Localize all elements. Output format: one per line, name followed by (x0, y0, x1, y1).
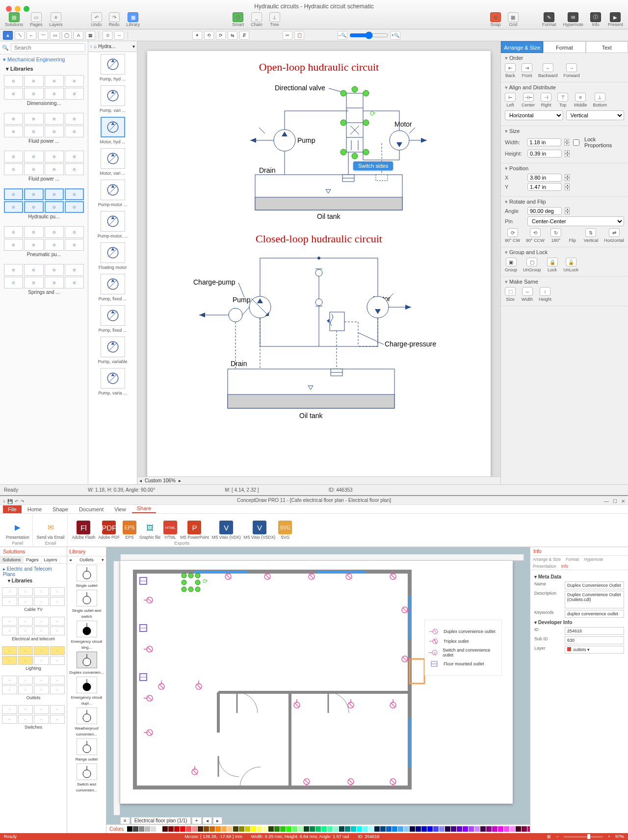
library-shape[interactable]: Duplex convenien... (67, 651, 106, 676)
curve-tool-icon[interactable]: 〰 (38, 31, 48, 40)
connector-tool-icon[interactable]: ⌐ (26, 31, 36, 40)
shape-item[interactable]: Pump, varia ... (88, 366, 137, 397)
library-dropdown[interactable]: ◂Outlets▾ (67, 556, 106, 564)
pin-select[interactable]: Center-Center (527, 216, 624, 226)
zoom-slider[interactable] (349, 31, 389, 39)
back-icon[interactable]: ‹ (90, 44, 92, 49)
order-forward[interactable]: →Forward (564, 63, 580, 78)
lib2-group[interactable]: ········Cable TV (0, 586, 67, 615)
lib2-group[interactable]: ········Outlets (0, 674, 67, 704)
toolbar-tree[interactable]: ⊥Tree (269, 12, 280, 27)
shape-item[interactable]: Pump, fixed ... (88, 272, 137, 303)
lib-group[interactable]: ⊙⊙⊙⊙⊙⊙⊙⊙Fluid power ... (0, 111, 88, 149)
align-middle[interactable]: ≡Middle (574, 93, 587, 107)
toolbar-hypernote[interactable]: ✉Hypernote (563, 12, 583, 27)
edit-points-icon[interactable]: ✦ (192, 31, 202, 40)
rotate-left-icon[interactable]: ⟲ (204, 31, 214, 40)
pointer-tool-icon[interactable]: ▲ (3, 31, 13, 40)
align-right[interactable]: ⊣Right (541, 93, 551, 107)
lib-group[interactable]: ⊙⊙⊙⊙⊙⊙⊙⊙Dimensioning... (0, 73, 88, 111)
order-back[interactable]: ⇤Back (505, 63, 516, 78)
color-palette[interactable]: Colors (106, 824, 530, 833)
library-shape[interactable]: Weatherproof convenien... (67, 707, 106, 737)
lock-proportions-checkbox[interactable] (573, 139, 579, 146)
shape-item[interactable]: Pump-motor, ... (88, 209, 137, 240)
page-tabs[interactable]: ≡Electrical floor plan (1/1)+◂▸ (120, 817, 222, 824)
ribbon-presentation[interactable]: ▶Presentation (6, 521, 29, 540)
same-size[interactable]: ⬚Size (505, 287, 516, 302)
ribbon-email[interactable]: ✉Send via Email (37, 521, 65, 540)
zoom-readout[interactable]: Custom 106% (145, 478, 176, 483)
tab-share[interactable]: Share (132, 504, 156, 513)
zoom-slider2[interactable] (564, 836, 603, 838)
tab-document[interactable]: Document (74, 505, 108, 513)
toolbar-grid[interactable]: ▦Grid (508, 12, 519, 27)
info-tab-arrange[interactable]: Arrange & Size (530, 556, 563, 563)
ribbon-pdf[interactable]: PDFAdobe PDF (98, 521, 120, 540)
meta-keywords[interactable]: duplex convenience outlet (565, 610, 624, 618)
text-tool-icon[interactable]: A (74, 31, 83, 40)
pos-x-input[interactable] (527, 174, 562, 182)
unlock-btn[interactable]: 🔓UnLock (564, 258, 579, 272)
toolbar-solutions[interactable]: ▤Solutions (5, 12, 23, 27)
library-shape[interactable]: Single outlet and switch (67, 589, 106, 620)
info-tab-info[interactable]: Info (559, 563, 571, 570)
lib-group[interactable]: ⊙⊙⊙⊙⊙⊙⊙⊙Springs and ... (0, 262, 88, 300)
library-shape[interactable]: Range outlet (67, 737, 106, 762)
toolbar-redo[interactable]: ↷Redo (109, 12, 120, 27)
shape-item[interactable]: Motor, vari ... (88, 146, 137, 178)
tab-file[interactable]: File (3, 505, 22, 513)
lib2-group[interactable]: ········Lighting (0, 645, 67, 674)
rotate-ccw[interactable]: ⟲90° CCW (526, 228, 545, 243)
ungroup-btn[interactable]: ▢UnGroup (523, 258, 541, 272)
align-bottom[interactable]: ⊥Bottom (593, 93, 607, 107)
ellipse-tool-icon[interactable]: ◯ (62, 31, 72, 40)
dev-layer[interactable]: outlets ▾ (565, 646, 624, 654)
lib-group[interactable]: ⊙⊙⊙⊙⊙⊙⊙⊙Fluid power ... (0, 149, 88, 186)
sol-tab-layers[interactable]: Layers (42, 556, 60, 563)
zoom-in-icon[interactable]: +🔍 (391, 31, 400, 40)
info-tab-format[interactable]: Format (563, 556, 581, 563)
toolbar-undo[interactable]: ↶Undo (91, 12, 102, 27)
tab-text[interactable]: Text (586, 41, 628, 53)
flip-h-icon[interactable]: ⇋ (228, 31, 237, 40)
canvas2[interactable]: ⟳ Duplex convenience outlet Triplex outl… (106, 547, 530, 833)
library-shape[interactable]: Switch and convenien... (67, 762, 106, 793)
flip-vertical[interactable]: ⇅Vertical (584, 228, 599, 243)
toolbar-layers[interactable]: ≡Layers (50, 12, 63, 27)
meta-description[interactable]: Duplex Convenience Outlet (Outlets.cdl) (565, 591, 624, 608)
shape-item[interactable]: Pump, fixed ... (88, 303, 137, 335)
distribute-vertical[interactable]: Vertical (566, 110, 625, 120)
shape-item[interactable]: Pump, variable (88, 335, 137, 366)
toolbar-library[interactable]: ▦Library (127, 12, 140, 27)
tab-format[interactable]: Format (543, 41, 585, 53)
line-tool-icon[interactable]: ＼ (15, 31, 25, 40)
order-backward[interactable]: ←Backward (538, 63, 558, 78)
toolbar-pages[interactable]: ▭Pages (30, 12, 43, 27)
ribbon-vsdx[interactable]: VMS Visio (VSDX) (244, 521, 276, 540)
tab-shape[interactable]: Shape (48, 505, 73, 513)
same-height[interactable]: ↕Height (539, 287, 551, 302)
align-left[interactable]: ⊢Left (505, 93, 516, 107)
table-tool-icon[interactable]: ▦ (85, 31, 95, 40)
window-controls2[interactable]: —☐✕ (604, 497, 625, 506)
align-top[interactable]: ⊤Top (557, 93, 568, 107)
ribbon-ppt[interactable]: PMS PowerPoint (180, 521, 209, 540)
lock-btn[interactable]: 🔒Lock (547, 258, 558, 272)
align-center[interactable]: ⊣⊢Center (522, 93, 535, 107)
rect-tool-icon[interactable]: ▭ (50, 31, 60, 40)
flip-v-icon[interactable]: ⇵ (239, 31, 249, 40)
dev-id[interactable]: 254616 (565, 627, 624, 635)
ribbon-flash[interactable]: FlAdobe Flash (72, 521, 95, 540)
library-shape[interactable]: Single outlet (67, 564, 106, 589)
lib2-group[interactable]: ········Electrical and telecom (0, 615, 67, 645)
category-mechanical[interactable]: ▾ Mechanical Engineering (0, 54, 88, 65)
pos-y-input[interactable] (527, 183, 562, 191)
insert-tool-icon[interactable]: ⎚ (103, 31, 112, 40)
strip-home-icon[interactable]: ⌂ (94, 44, 97, 49)
search-input[interactable] (11, 43, 85, 52)
lib-group[interactable]: ⊙⊙⊙⊙⊙⊙⊙⊙Pneumatic pu... (0, 224, 88, 262)
paste-style-icon[interactable]: 📋 (294, 31, 304, 40)
dev-subid[interactable]: 630 (565, 636, 624, 644)
same-width[interactable]: ↔Width (522, 287, 533, 302)
